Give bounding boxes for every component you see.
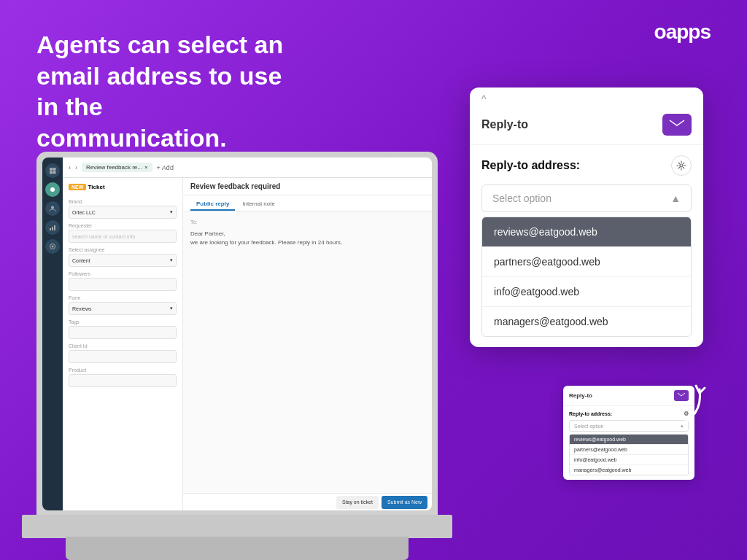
tab-public-reply[interactable]: Public reply bbox=[190, 198, 235, 211]
sidebar-icon-home[interactable] bbox=[45, 163, 60, 178]
sidebar-icon-reports[interactable] bbox=[45, 220, 60, 235]
dropdown-item-0[interactable]: reviews@eatgood.web bbox=[482, 217, 691, 247]
nav-icon-back[interactable]: ‹ bbox=[69, 164, 71, 171]
ticket-subject: Review feedback required bbox=[190, 182, 425, 190]
message-to: To: bbox=[190, 219, 425, 227]
svg-rect-8 bbox=[54, 225, 55, 230]
svg-point-9 bbox=[52, 246, 54, 248]
followers-input[interactable] bbox=[69, 278, 177, 291]
laptop-foot bbox=[66, 537, 409, 560]
sidebar-icon-users[interactable] bbox=[45, 201, 60, 216]
chevron-up-icon: ▲ bbox=[670, 192, 681, 204]
nav-icon-forward[interactable]: › bbox=[75, 164, 77, 171]
requester-label: Requester bbox=[69, 223, 177, 228]
assignee-select[interactable]: Content ▾ bbox=[69, 254, 177, 267]
zd-sidebar bbox=[42, 158, 63, 510]
zd-topnav-tab[interactable]: Review feedback re... × bbox=[82, 163, 152, 172]
client-id-label: Client Id bbox=[69, 343, 177, 349]
requester-input[interactable]: search name or contact info bbox=[69, 230, 177, 243]
submit-btn[interactable]: Submit as New bbox=[382, 496, 427, 509]
tab-internal-note[interactable]: Internal note bbox=[236, 198, 280, 211]
rts-dropdown: reviews@eatgood.web partners@eatgood.web… bbox=[569, 434, 689, 475]
arrow-graphic bbox=[659, 375, 718, 436]
svg-rect-2 bbox=[50, 171, 53, 174]
svg-rect-0 bbox=[50, 168, 53, 171]
dropdown-item-2[interactable]: info@eatgood.web bbox=[482, 277, 691, 307]
card-chevron: ^ bbox=[470, 88, 703, 105]
rts-item-3[interactable]: managers@eatgood.web bbox=[570, 465, 688, 475]
rts-title: Reply-to bbox=[569, 392, 592, 399]
dropdown-item-1[interactable]: partners@eatgood.web bbox=[482, 247, 691, 277]
svg-rect-12 bbox=[668, 118, 686, 131]
tab-close-icon[interactable]: × bbox=[144, 164, 148, 171]
brand-logo: oapps bbox=[654, 20, 711, 44]
svg-rect-7 bbox=[52, 227, 53, 230]
reply-to-card-body: Reply-to address: Select option ▲ review… bbox=[470, 145, 703, 347]
zd-left-panel: NEW Ticket Brand Ortec LLC ▾ Requester s… bbox=[63, 178, 183, 510]
svg-rect-1 bbox=[53, 168, 56, 171]
tags-input[interactable] bbox=[69, 326, 177, 339]
product-input[interactable] bbox=[69, 374, 177, 387]
sidebar-icon-active[interactable] bbox=[45, 182, 60, 197]
sidebar-icon-settings[interactable] bbox=[45, 239, 60, 254]
ticket-header: Review feedback required bbox=[183, 178, 432, 195]
email-dropdown-list: reviews@eatgood.web partners@eatgood.web… bbox=[481, 217, 692, 337]
svg-point-4 bbox=[50, 187, 55, 192]
rts-item-2[interactable]: info@eatgood.web bbox=[570, 455, 688, 465]
laptop-screen-inner: ‹ › Review feedback re... × + Add NEW Ti… bbox=[42, 158, 432, 510]
add-tab-btn[interactable]: + Add bbox=[157, 164, 174, 171]
zd-content: NEW Ticket Brand Ortec LLC ▾ Requester s… bbox=[63, 178, 432, 510]
zd-right-panel: Review feedback required Public reply In… bbox=[183, 178, 432, 510]
zd-topnav: ‹ › Review feedback re... × + Add bbox=[63, 158, 432, 178]
reply-to-mail-icon bbox=[662, 114, 692, 136]
client-id-input[interactable] bbox=[69, 350, 177, 363]
gear-icon[interactable] bbox=[671, 155, 692, 176]
brand-select[interactable]: Ortec LLC ▾ bbox=[69, 206, 177, 219]
form-select[interactable]: Reviews ▾ bbox=[69, 302, 177, 315]
select-option-dropdown[interactable]: Select option ▲ bbox=[481, 184, 692, 212]
dropdown-item-3[interactable]: managers@eatgood.web bbox=[482, 307, 691, 336]
svg-rect-6 bbox=[50, 228, 51, 230]
zd-tabs: Public reply Internal note bbox=[183, 195, 432, 211]
svg-point-5 bbox=[51, 206, 54, 209]
laptop-base bbox=[22, 515, 452, 538]
tags-label: Tags bbox=[69, 319, 177, 324]
laptop-mockup: ‹ › Review feedback re... × + Add NEW Ti… bbox=[22, 152, 452, 560]
form-label: Form bbox=[69, 295, 177, 300]
reply-to-address-label: Reply-to address: bbox=[481, 155, 692, 176]
stay-on-ticket-btn[interactable]: Stay on ticket bbox=[336, 496, 379, 509]
assignee-label: Select assignee bbox=[69, 247, 177, 252]
zd-bottom-bar: Stay on ticket Submit as New bbox=[183, 493, 432, 510]
zd-main-area: ‹ › Review feedback re... × + Add NEW Ti… bbox=[63, 158, 432, 510]
reply-to-card-header: Reply-to bbox=[470, 105, 703, 145]
laptop-screen: ‹ › Review feedback re... × + Add NEW Ti… bbox=[36, 152, 438, 516]
ticket-badge: NEW bbox=[69, 184, 86, 190]
product-label: Product bbox=[69, 368, 177, 373]
hero-heading: Agents can select an email address to us… bbox=[36, 29, 285, 153]
reply-to-card: ^ Reply-to Reply-to address: Select opti… bbox=[470, 88, 703, 347]
svg-point-13 bbox=[680, 164, 683, 167]
followers-label: Followers bbox=[69, 271, 177, 276]
message-area: To: Dear Partner,we are looking for your… bbox=[183, 211, 432, 493]
message-body: Dear Partner,we are looking for your fee… bbox=[190, 230, 425, 249]
rts-item-1[interactable]: partners@eatgood.web bbox=[570, 445, 688, 455]
ticket-type-label: Ticket bbox=[88, 184, 105, 190]
svg-rect-3 bbox=[53, 171, 56, 174]
brand-label: Brand bbox=[69, 199, 177, 204]
reply-to-title: Reply-to bbox=[481, 118, 528, 131]
rts-item-0[interactable]: reviews@eatgood.web bbox=[570, 435, 688, 445]
